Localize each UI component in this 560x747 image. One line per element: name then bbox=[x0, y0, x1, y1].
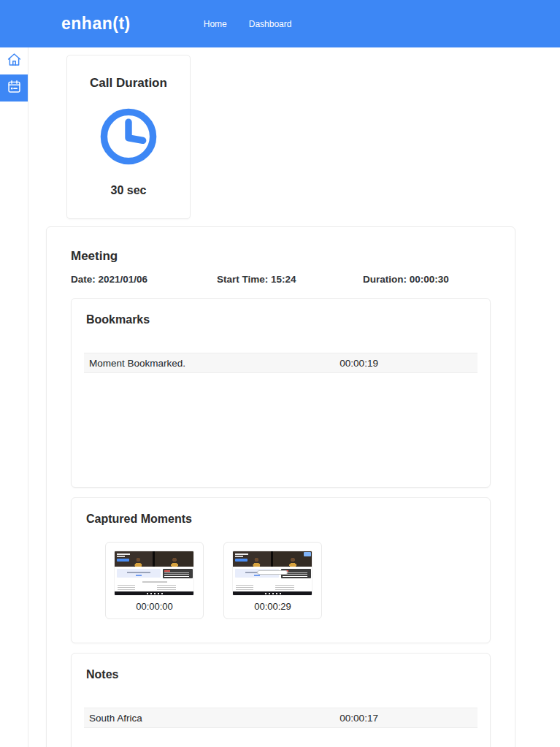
bookmarks-list: Moment Bookmarked. 00:00:19 bbox=[72, 353, 490, 373]
top-navbar: enhan(t) Home Dashboard bbox=[0, 0, 560, 47]
moment-tile[interactable]: 00:00:00 bbox=[105, 542, 204, 619]
clock-icon bbox=[97, 105, 160, 168]
call-duration-title: Call Duration bbox=[90, 76, 167, 91]
notes-title: Notes bbox=[86, 668, 490, 681]
notes-card: Notes South Africa 00:00:17 bbox=[71, 653, 491, 747]
calendar-icon bbox=[7, 79, 22, 97]
moment-thumbnail bbox=[232, 551, 312, 596]
bookmark-row: Moment Bookmarked. 00:00:19 bbox=[84, 353, 477, 373]
meeting-title: Meeting bbox=[71, 249, 491, 264]
app-logo[interactable]: enhan(t) bbox=[61, 14, 131, 34]
nav-home-link[interactable]: Home bbox=[204, 19, 227, 29]
bookmarks-title: Bookmarks bbox=[86, 313, 490, 326]
home-icon bbox=[7, 52, 22, 70]
captured-moments-title: Captured Moments bbox=[86, 513, 490, 526]
bookmark-text: Moment Bookmarked. bbox=[89, 358, 185, 369]
captured-moments-card: Captured Moments 00:00:00 bbox=[71, 497, 491, 643]
moment-tile[interactable]: 00:00:29 bbox=[223, 542, 322, 619]
call-duration-card: Call Duration 30 sec bbox=[66, 55, 191, 219]
moment-timestamp: 00:00:00 bbox=[114, 601, 195, 612]
meeting-card: Meeting Date: 2021/01/06 Start Time: 15:… bbox=[46, 226, 515, 747]
note-row: South Africa 00:00:17 bbox=[84, 708, 477, 728]
moment-thumbnail bbox=[114, 551, 194, 596]
sidebar-item-home[interactable] bbox=[0, 47, 28, 74]
nav-dashboard-link[interactable]: Dashboard bbox=[249, 19, 292, 29]
meeting-date: Date: 2021/01/06 bbox=[71, 274, 217, 285]
bookmark-time: 00:00:19 bbox=[340, 358, 378, 369]
top-nav: Home Dashboard bbox=[204, 19, 292, 29]
call-duration-value: 30 sec bbox=[111, 184, 147, 197]
bookmarks-card: Bookmarks Moment Bookmarked. 00:00:19 bbox=[71, 298, 491, 488]
meeting-meta-row: Date: 2021/01/06 Start Time: 15:24 Durat… bbox=[71, 274, 491, 285]
meeting-duration: Duration: 00:00:30 bbox=[363, 274, 491, 285]
sidebar-item-meetings[interactable] bbox=[0, 74, 28, 101]
note-text: South Africa bbox=[89, 713, 142, 724]
note-time: 00:00:17 bbox=[340, 713, 378, 724]
moment-timestamp: 00:00:29 bbox=[232, 601, 313, 612]
main-content: Call Duration 30 sec Meeting Date: 2021/… bbox=[28, 55, 560, 747]
moments-tiles: 00:00:00 00:00:29 bbox=[105, 542, 490, 619]
meeting-start-time: Start Time: 15:24 bbox=[217, 274, 363, 285]
notes-list: South Africa 00:00:17 bbox=[72, 708, 490, 728]
left-sidebar bbox=[0, 47, 28, 747]
